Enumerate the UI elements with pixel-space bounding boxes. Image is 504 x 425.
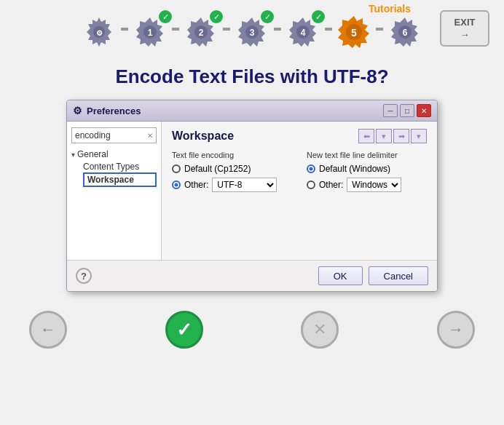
gear-2: 2 ✓ bbox=[182, 13, 220, 51]
delimiter-default-option: Default (Windows) bbox=[307, 164, 427, 174]
encoding-default-option: Default (Cp1252) bbox=[172, 164, 292, 174]
gear-5-active: 5 bbox=[335, 13, 373, 51]
gear-connector-4 bbox=[274, 28, 281, 31]
gear-2-check: ✓ bbox=[210, 10, 223, 23]
encoding-dropdown[interactable]: UTF-8 UTF-16 ISO-8859-1 bbox=[212, 178, 277, 192]
encoding-other-label: Other: bbox=[184, 180, 208, 190]
delimiter-dropdown[interactable]: Windows Unix Mac bbox=[347, 178, 401, 192]
nav-menu-button[interactable]: ▾ bbox=[411, 129, 427, 143]
encoding-default-label: Default (Cp1252) bbox=[184, 164, 251, 174]
dialog-body: encoding ✕ ▾ General Content Types Works… bbox=[67, 122, 437, 260]
gear-connector-6 bbox=[376, 28, 383, 31]
gear-1-check: ✓ bbox=[159, 10, 172, 23]
delimiter-default-label: Default (Windows) bbox=[319, 164, 390, 174]
bottom-nav: ← ✓ ✕ → bbox=[0, 298, 504, 362]
gear-steps: ⚙ 1 ✓ 2 bbox=[0, 0, 504, 58]
delimiter-other-label: Other: bbox=[319, 180, 343, 190]
tree-general-label: General bbox=[77, 149, 109, 159]
dialog-content: Workspace ⬅ ▾ ➡ ▾ Text file encoding bbox=[162, 122, 437, 260]
nav-buttons: ⬅ ▾ ➡ ▾ bbox=[358, 129, 427, 143]
delimiter-section-title: New text file line delimiter bbox=[307, 151, 427, 159]
encoding-other-radio[interactable] bbox=[172, 180, 181, 189]
ok-button[interactable]: OK bbox=[318, 266, 363, 285]
svg-text:2: 2 bbox=[199, 28, 204, 38]
nav-back-icon: ← bbox=[40, 320, 56, 339]
dialog-title-icon: ⚙ bbox=[73, 105, 82, 116]
gear-connector-3 bbox=[223, 28, 230, 31]
delimiter-default-radio[interactable] bbox=[307, 164, 315, 173]
encoding-other-option: Other: UTF-8 UTF-16 ISO-8859-1 bbox=[172, 178, 292, 192]
svg-text:3: 3 bbox=[250, 28, 255, 38]
gear-4: 4 ✓ bbox=[284, 13, 322, 51]
gear-connector-2 bbox=[172, 28, 179, 31]
nav-cancel-circle-button[interactable]: ✕ bbox=[301, 311, 339, 349]
exit-arrow-icon: → bbox=[460, 29, 470, 40]
nav-forward-circle-button[interactable]: → bbox=[437, 311, 475, 349]
tree-general: ▾ General bbox=[71, 149, 157, 159]
exit-button[interactable]: EXIT → bbox=[440, 10, 489, 47]
search-clear-icon[interactable]: ✕ bbox=[147, 132, 153, 140]
nav-forward-button[interactable]: ➡ bbox=[393, 129, 409, 143]
footer-buttons: OK Cancel bbox=[318, 266, 428, 285]
delimiter-other-option: Other: Windows Unix Mac bbox=[307, 178, 427, 192]
svg-text:6: 6 bbox=[403, 28, 408, 38]
tree-expand-icon: ▾ bbox=[71, 151, 75, 159]
dialog-footer: ? OK Cancel bbox=[67, 260, 437, 291]
gear-6: 6 bbox=[386, 13, 424, 51]
search-value: encoding bbox=[75, 130, 111, 140]
dialog-overlay: ⚙ Preferences ─ □ ✕ encoding ✕ ▾ G bbox=[0, 100, 504, 292]
encoding-other-row: Other: UTF-8 UTF-16 ISO-8859-1 bbox=[172, 178, 277, 192]
main-question: Encode Text Files with UTF-8? bbox=[0, 58, 504, 100]
nav-check-icon: ✓ bbox=[176, 319, 192, 341]
tree-children: Content Types Workspace bbox=[71, 161, 157, 187]
gear-3: 3 ✓ bbox=[233, 13, 271, 51]
nav-forward-icon: → bbox=[448, 320, 464, 339]
nav-back-circle-button[interactable]: ← bbox=[29, 311, 67, 349]
gear-logo: ⚙ bbox=[80, 13, 118, 51]
nav-x-icon: ✕ bbox=[313, 320, 326, 339]
delimiter-other-row: Other: Windows Unix Mac bbox=[307, 178, 401, 192]
svg-text:5: 5 bbox=[351, 27, 357, 39]
gear-connector bbox=[121, 28, 128, 31]
gear-4-check: ✓ bbox=[312, 10, 325, 23]
encoding-section: Text file encoding Default (Cp1252) Othe… bbox=[172, 151, 292, 196]
svg-text:4: 4 bbox=[301, 28, 306, 38]
content-header: Workspace ⬅ ▾ ➡ ▾ bbox=[172, 129, 427, 143]
delimiter-section: New text file line delimiter Default (Wi… bbox=[307, 151, 427, 196]
gear-3-check: ✓ bbox=[261, 10, 274, 23]
encoding-default-radio[interactable] bbox=[172, 164, 181, 173]
content-title: Workspace bbox=[172, 130, 234, 143]
tree-child-workspace[interactable]: Workspace bbox=[83, 172, 157, 187]
gear-connector-5 bbox=[325, 28, 332, 31]
encoding-section-title: Text file encoding bbox=[172, 151, 292, 159]
dialog-title-left: ⚙ Preferences bbox=[73, 105, 141, 116]
svg-text:⚙: ⚙ bbox=[96, 29, 103, 37]
tree-child-content-types[interactable]: Content Types bbox=[83, 161, 157, 172]
dialog-sidebar: encoding ✕ ▾ General Content Types Works… bbox=[67, 122, 162, 260]
delimiter-other-radio[interactable] bbox=[307, 180, 315, 189]
gear-1: 1 ✓ bbox=[131, 13, 169, 51]
dialog-title-text: Preferences bbox=[87, 106, 141, 116]
nav-dropdown-button[interactable]: ▾ bbox=[376, 129, 392, 143]
nav-confirm-button[interactable]: ✓ bbox=[165, 311, 203, 349]
exit-label: EXIT bbox=[454, 17, 476, 28]
search-box: encoding ✕ bbox=[71, 127, 157, 143]
svg-text:1: 1 bbox=[148, 28, 153, 38]
nav-back-button[interactable]: ⬅ bbox=[358, 129, 374, 143]
dialog-minimize-button[interactable]: ─ bbox=[383, 104, 398, 117]
dialog-titlebar: ⚙ Preferences ─ □ ✕ bbox=[67, 100, 437, 122]
dialog-close-button[interactable]: ✕ bbox=[417, 104, 431, 117]
dialog-maximize-button[interactable]: □ bbox=[400, 104, 414, 117]
dialog-title-buttons: ─ □ ✕ bbox=[383, 104, 431, 117]
preferences-dialog: ⚙ Preferences ─ □ ✕ encoding ✕ ▾ G bbox=[66, 100, 438, 292]
settings-grid: Text file encoding Default (Cp1252) Othe… bbox=[172, 151, 427, 196]
help-button[interactable]: ? bbox=[76, 268, 92, 284]
tree-item: ▾ General Content Types Workspace bbox=[71, 149, 157, 187]
cancel-button[interactable]: Cancel bbox=[369, 266, 428, 285]
